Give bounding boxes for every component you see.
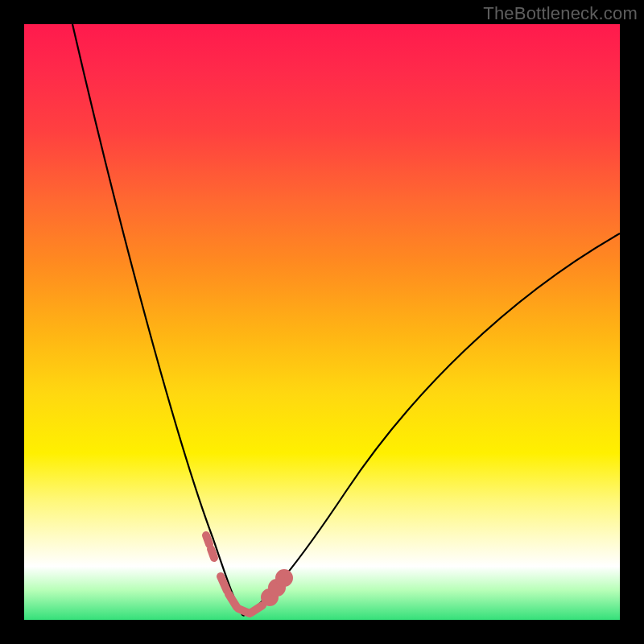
- bottleneck-curve: [24, 24, 620, 620]
- svg-line-3: [229, 594, 237, 607]
- svg-point-8: [279, 573, 289, 583]
- chart-plot-area: [24, 24, 620, 620]
- svg-line-0: [206, 535, 209, 544]
- svg-line-5: [251, 605, 262, 613]
- curve-left-arm: [72, 24, 243, 616]
- bottleneck-dots: [206, 535, 289, 613]
- watermark-text: TheBottleneck.com: [483, 3, 638, 24]
- curve-right-arm: [243, 233, 620, 616]
- svg-line-1: [211, 549, 214, 558]
